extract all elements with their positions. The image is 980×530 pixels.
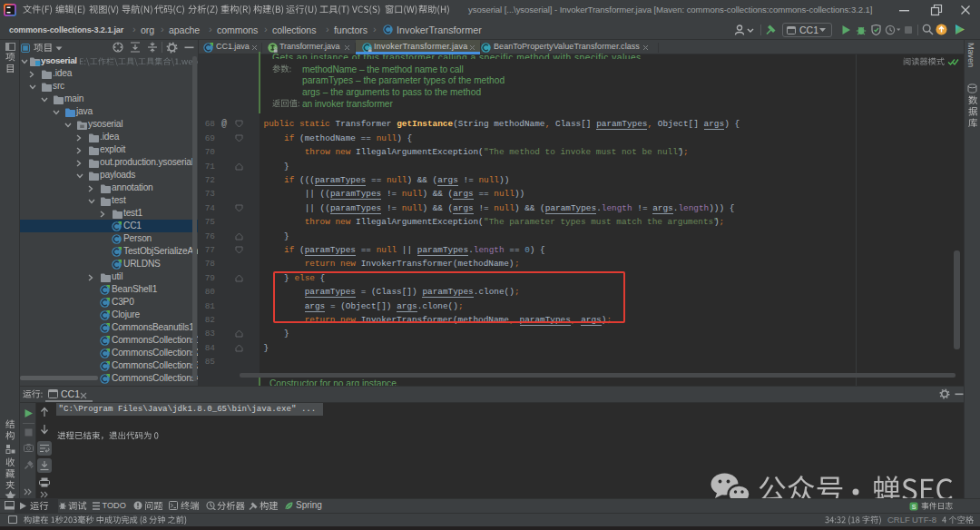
svg-text:S: S [912,503,916,509]
